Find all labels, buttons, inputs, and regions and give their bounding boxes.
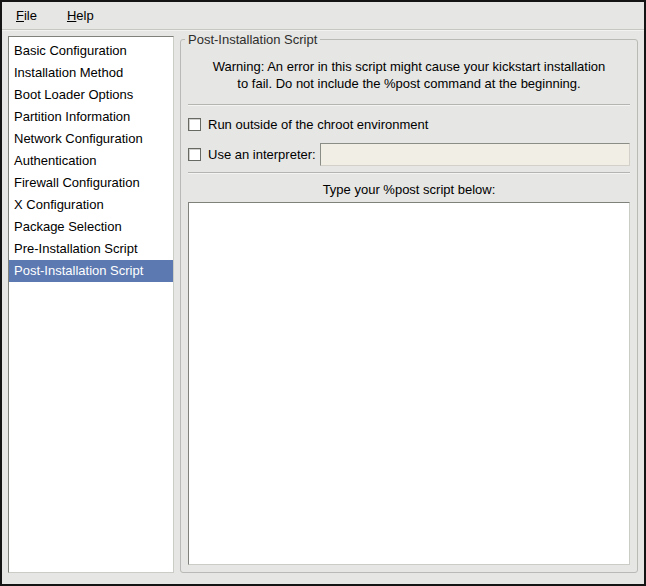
menu-help-rest: elp — [76, 8, 93, 23]
sidebar-item-installation-method[interactable]: Installation Method — [9, 62, 173, 84]
sidebar-item-firewall-configuration[interactable]: Firewall Configuration — [9, 172, 173, 194]
chroot-checkbox-row: Run outside of the chroot environment — [188, 112, 630, 136]
post-script-textarea[interactable] — [188, 202, 630, 565]
sidebar-item-pre-installation-script[interactable]: Pre-Installation Script — [9, 238, 173, 260]
sidebar-item-basic-configuration[interactable]: Basic Configuration — [9, 40, 173, 62]
section-list: Basic Configuration Installation Method … — [8, 36, 174, 573]
warning-line-2: to fail. Do not include the %post comman… — [193, 75, 625, 92]
kickstart-configurator-window: File Help Basic Configuration Installati… — [0, 0, 646, 586]
menu-help[interactable]: Help — [59, 5, 102, 26]
chroot-checkbox[interactable] — [188, 118, 201, 131]
sidebar-item-partition-information[interactable]: Partition Information — [9, 106, 173, 128]
sidebar-item-post-installation-script[interactable]: Post-Installation Script — [9, 260, 173, 282]
warning-line-1: Warning: An error in this script might c… — [193, 58, 625, 75]
sidebar-item-network-configuration[interactable]: Network Configuration — [9, 128, 173, 150]
interpreter-entry[interactable] — [320, 143, 630, 166]
post-installation-script-group: Post-Installation Script Warning: An err… — [180, 39, 638, 573]
group-title: Post-Installation Script — [185, 32, 320, 47]
menu-bar: File Help — [2, 2, 644, 30]
sidebar-item-package-selection[interactable]: Package Selection — [9, 216, 173, 238]
main-area: Basic Configuration Installation Method … — [2, 30, 644, 584]
menu-help-accel: H — [67, 8, 76, 23]
menu-file[interactable]: File — [8, 5, 45, 26]
chroot-checkbox-label[interactable]: Run outside of the chroot environment — [208, 117, 428, 132]
menu-file-rest: ile — [24, 8, 37, 23]
separator-bottom — [188, 172, 630, 174]
sidebar-item-x-configuration[interactable]: X Configuration — [9, 194, 173, 216]
menu-file-accel: F — [16, 8, 24, 23]
script-area-label: Type your %post script below: — [187, 182, 631, 197]
sidebar-item-boot-loader-options[interactable]: Boot Loader Options — [9, 84, 173, 106]
interpreter-checkbox-label[interactable]: Use an interpreter: — [208, 147, 316, 162]
warning-text: Warning: An error in this script might c… — [193, 58, 625, 92]
interpreter-checkbox-row: Use an interpreter: — [188, 142, 630, 166]
separator-top — [188, 104, 630, 106]
sidebar-item-authentication[interactable]: Authentication — [9, 150, 173, 172]
interpreter-checkbox[interactable] — [188, 148, 201, 161]
